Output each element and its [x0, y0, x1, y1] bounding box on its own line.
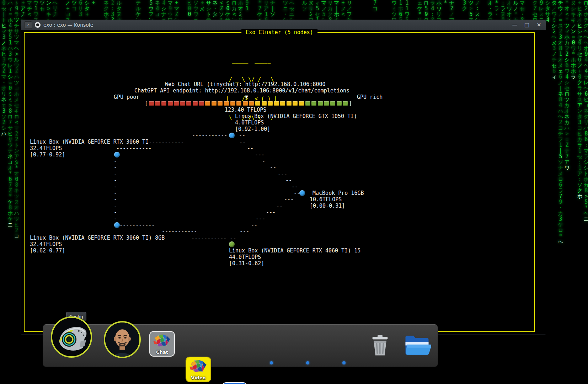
- bar-square: [299, 101, 304, 106]
- node-tflops: 4.0TFLOPS: [235, 119, 264, 126]
- node-label: Linux Box (NVIDIA GEFORCE RTX 3060 TI---…: [30, 139, 184, 145]
- bar-square: [293, 101, 298, 106]
- total-tflops: 123.40 TFLOPS: [225, 107, 266, 113]
- matrix-rain-column: ル7コ: [372, 0, 378, 11]
- bar-square: [186, 101, 191, 106]
- bar-square: [255, 101, 260, 106]
- running-app-indicator: [306, 361, 309, 364]
- matrix-rain-column: <+ヌ: [199, 0, 205, 11]
- robot-avatar[interactable]: [51, 316, 92, 358]
- app-window-icon: [35, 22, 41, 28]
- gpu-power-bar: [ ]: [144, 100, 352, 107]
- node-dot: [229, 133, 235, 138]
- terminal-tab-icon: ›: [24, 21, 32, 29]
- topology-link-dashes: -----------: [119, 222, 155, 228]
- cluster-box-title: Exo Cluster (5 nodes): [241, 29, 317, 36]
- bar-square: [230, 101, 235, 106]
- topology-link-dashes: -: [114, 196, 117, 203]
- topology-link-dashes: --: [239, 139, 246, 145]
- file-manager[interactable]: [403, 331, 430, 358]
- matrix-rain-column: レソ+ヒネオヒシセ0リセサフ+0クラサスアンタ3コヒカラ1セ:1ア:ソクホ: [577, 0, 583, 199]
- bar-square: [318, 101, 323, 106]
- topology-link-dashes: ---: [278, 171, 287, 177]
- topology-link-dashes: -: [262, 158, 265, 164]
- bar-square: [262, 101, 267, 106]
- terminal-area[interactable]: Exo Cluster (5 nodes) _____ _____ / _ \ …: [21, 30, 546, 334]
- matrix-rain-column: カヒ00: [186, 0, 193, 17]
- window-title: exo : exo — Konsole: [43, 22, 93, 28]
- bar-square: [249, 101, 254, 106]
- minimize-button[interactable]: —: [511, 22, 518, 28]
- topology-link-dashes: ---: [284, 196, 294, 203]
- window-titlebar[interactable]: › exo : exo — Konsole — □ ✕: [21, 20, 546, 30]
- man-avatar[interactable]: [104, 321, 141, 358]
- matrix-rain-column: ケチウノ=ス23オ81オヌェ6ノ|ネ84ハヘ2コチフ1|5ソナヌロ6ラ79・カ3…: [557, 0, 564, 245]
- topology-link-dashes: -: [114, 190, 117, 196]
- topology-link-dashes: -: [114, 209, 117, 215]
- trash[interactable]: [367, 332, 394, 359]
- topology-link-dashes: -: [114, 171, 117, 177]
- pics-app[interactable]: PICs: [222, 382, 247, 384]
- gpu-rich-label: GPU rich: [357, 94, 383, 100]
- topology-link-dashes: --: [239, 132, 245, 139]
- chat-app-label: Chat: [150, 350, 174, 355]
- matrix-rain-column: マ7*: [442, 0, 449, 6]
- bar-open-bracket: [: [144, 100, 148, 107]
- topology-link-dashes: -: [114, 177, 117, 183]
- api-endpoint-url: ChatGPT API endpoint: http://192.168.0.1…: [134, 87, 349, 94]
- node-range: [0.00-0.31]: [310, 203, 345, 209]
- matrix-rain-column: |タノワミシミヘヌ3ノチセ6ィ: [551, 0, 557, 80]
- chat-app[interactable]: Chat: [149, 331, 175, 357]
- topology-link-dashes: ---: [255, 151, 264, 158]
- bar-square: [343, 101, 348, 106]
- topology-link-dashes: --: [285, 177, 292, 183]
- node-range: [0.77-0.92]: [30, 151, 65, 158]
- maximize-button[interactable]: □: [523, 22, 530, 28]
- bar-square: [337, 101, 342, 106]
- bar-square: [224, 101, 229, 106]
- man-avatar-image: [105, 322, 139, 358]
- matrix-rain-column: キ0+フ<: [340, 0, 346, 17]
- bar-square: [149, 101, 154, 106]
- running-app-indicator: [270, 361, 273, 364]
- bar-square: [193, 101, 198, 106]
- bar-square: [274, 101, 279, 106]
- bar-square: [236, 101, 241, 106]
- gpu-poor-label: GPU poor: [114, 94, 139, 100]
- matrix-rain-column: ハヌシキキフン=0ワ*ホホホラ: [570, 0, 577, 80]
- node-label: Linux Box (NVIDIA GEFORCE RTX 4060 TI) 1…: [229, 247, 360, 254]
- blue-folder-icon: [403, 331, 431, 358]
- bar-square: [218, 101, 223, 106]
- node-range: [0.92-1.00]: [235, 126, 270, 132]
- bar-square: [305, 101, 310, 106]
- bar-square: [155, 101, 160, 106]
- web-chat-url: Web Chat URL (tinychat): http://192.168.…: [165, 81, 326, 87]
- node-range: [0.62-0.77]: [30, 247, 65, 254]
- matrix-rain-column: ネ・タ: [212, 0, 218, 17]
- topology-link-dashes: -----------: [116, 145, 151, 151]
- bar-square: [180, 101, 185, 106]
- bar-square: [212, 101, 217, 106]
- cluster-box-border: Exo Cluster (5 nodes): [24, 32, 535, 332]
- matrix-rain-column: サハィ=ホ4サ51ハ3ウレ1シ=0ミミ>8ロ7サヒサウテネコオ*67Z*ケ8ホケ…: [7, 0, 14, 228]
- topology-link-dashes: -----------: [162, 228, 197, 235]
- bar-square: [243, 101, 248, 106]
- node-dot: [114, 152, 120, 158]
- bar-close-bracket: ]: [348, 100, 352, 107]
- topology-link-dashes: ----------- --: [191, 235, 236, 241]
- node-tflops: 10.6TFLOPS: [310, 196, 342, 203]
- node-label: Linux Box (NVIDIA GEFORCE RTX 3060 TI) 8…: [30, 235, 165, 241]
- bar-square: [205, 101, 210, 106]
- matrix-rain-column: ヘリチ: [52, 0, 58, 17]
- close-button[interactable]: ✕: [535, 22, 542, 28]
- matrix-rain-column: ヌクシタサ4: [545, 0, 551, 23]
- matrix-rain-column: >ト*ラ・: [493, 0, 500, 17]
- topology-link-dashes: --: [247, 145, 253, 151]
- video-app[interactable]: Video: [186, 357, 211, 382]
- node-tflops: 32.4TFLOPS: [30, 145, 62, 151]
- node-label: Linux Box (NVIDIA GEFORCE GTX 1050 TI): [235, 113, 357, 119]
- bar-square: [330, 101, 335, 106]
- trash-can-icon: [367, 332, 394, 359]
- topology-link-dashes: --: [276, 203, 283, 209]
- matrix-rain-column: 61マチ<: [26, 0, 33, 17]
